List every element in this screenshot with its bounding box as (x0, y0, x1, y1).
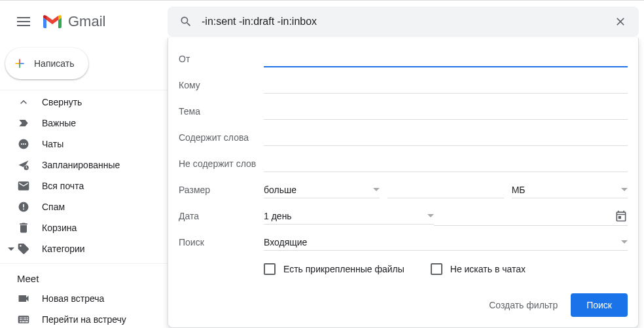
svg-rect-2 (19, 64, 20, 68)
sidebar-item-spam[interactable]: Спам (0, 196, 168, 217)
not-words-label: Не содержит слов (179, 158, 264, 169)
has-attachment-checkbox[interactable]: Есть прикрепленные файлы (264, 263, 404, 275)
hamburger-icon (17, 17, 30, 26)
svg-rect-12 (23, 204, 24, 208)
search-bar (168, 7, 639, 37)
gmail-logo-icon (42, 14, 63, 29)
compose-button[interactable]: Написать (5, 48, 88, 79)
meet-item-label: Перейти на встречу (42, 314, 126, 325)
plus-icon (13, 57, 26, 70)
sidebar-item-important[interactable]: Важные (0, 113, 168, 134)
svg-rect-4 (19, 63, 20, 64)
spam-icon (17, 200, 30, 213)
svg-point-6 (21, 143, 22, 145)
svg-point-7 (23, 143, 24, 145)
close-icon (614, 15, 627, 28)
date-within-select[interactable]: 1 день (264, 208, 434, 225)
size-value-input[interactable] (387, 182, 503, 198)
sidebar-item-label: Свернуть (42, 97, 82, 107)
sidebar-item-scheduled[interactable]: Запланированные (0, 155, 168, 175)
categories-icon (17, 242, 30, 255)
sidebar-item-label: Корзина (42, 223, 77, 233)
trash-icon (17, 221, 30, 234)
sidebar-item-label: Спам (42, 202, 65, 212)
calendar-icon (615, 210, 628, 223)
sidebar-item-label: Чаты (42, 139, 63, 149)
chevron-down-icon (621, 240, 628, 244)
search-icon (179, 15, 192, 28)
sidebar-item-label: Запланированные (42, 160, 120, 170)
size-unit-select[interactable]: МБ (512, 182, 628, 198)
size-operator-select[interactable]: больше (264, 182, 380, 198)
chats-icon (17, 137, 30, 151)
has-words-label: Содержит слова (179, 132, 264, 143)
scheduled-icon (17, 158, 30, 172)
search-button[interactable] (173, 9, 199, 35)
compose-label: Написать (34, 58, 74, 69)
caret-down-icon (5, 247, 17, 251)
meet-item-label: Новая встреча (42, 293, 104, 304)
meet-header: Meet (0, 264, 168, 288)
sidebar-item-label: Важные (42, 118, 76, 128)
gmail-logo[interactable]: Gmail (42, 13, 168, 30)
search-in-select[interactable]: Входящие (264, 234, 628, 251)
has-words-input[interactable] (264, 130, 628, 146)
chevron-down-icon (427, 214, 434, 217)
videocam-icon (17, 292, 30, 305)
create-filter-button[interactable]: Создать фильтр (489, 300, 558, 310)
chevron-down-icon (373, 188, 380, 191)
from-label: От (179, 54, 264, 64)
search-in-label: Поиск (179, 237, 264, 247)
sidebar-item-chats[interactable]: Чаты (0, 134, 168, 155)
subject-label: Тема (179, 106, 264, 117)
sidebar-item-chevron-up[interactable]: Свернуть (0, 92, 168, 113)
gmail-logo-text: Gmail (68, 13, 105, 30)
sidebar-item-label: Категории (42, 244, 85, 254)
search-input[interactable] (199, 16, 607, 27)
chevron-down-icon (621, 188, 628, 191)
sidebar: Написать СвернутьВажныеЧатыЗапланированн… (0, 43, 168, 328)
to-label: Кому (179, 80, 264, 90)
meet-item-keyboard[interactable]: Перейти на встречу (0, 309, 168, 328)
chevron-up-icon (17, 96, 30, 109)
checkbox-icon (264, 263, 276, 275)
from-input[interactable] (264, 50, 628, 67)
not-words-input[interactable] (264, 156, 628, 172)
main-menu-button[interactable] (8, 6, 39, 37)
sidebar-item-all-mail[interactable]: Вся почта (0, 175, 168, 196)
all-mail-icon (17, 179, 30, 192)
svg-rect-13 (23, 209, 24, 210)
svg-point-8 (25, 143, 26, 145)
important-icon (17, 117, 30, 130)
clear-search-button[interactable] (607, 9, 634, 35)
date-label: Дата (179, 211, 264, 221)
meet-item-videocam[interactable]: Новая встреча (0, 288, 168, 309)
advanced-search-panel: От Кому Тема Содержит слова Не содержит … (168, 38, 639, 328)
exclude-chats-checkbox[interactable]: Не искать в чатах (431, 263, 526, 275)
sidebar-item-categories[interactable]: Категории (0, 238, 168, 259)
sidebar-item-trash[interactable]: Корзина (0, 217, 168, 238)
date-picker[interactable] (434, 207, 628, 226)
sidebar-item-label: Вся почта (42, 181, 84, 191)
to-input[interactable] (264, 77, 628, 94)
keyboard-icon (17, 313, 30, 326)
search-submit-button[interactable]: Поиск (571, 293, 628, 317)
size-label: Размер (179, 185, 264, 195)
svg-rect-0 (19, 59, 20, 63)
svg-rect-1 (20, 63, 24, 64)
subject-input[interactable] (264, 103, 628, 120)
svg-rect-3 (15, 63, 19, 64)
checkbox-icon (431, 263, 442, 275)
